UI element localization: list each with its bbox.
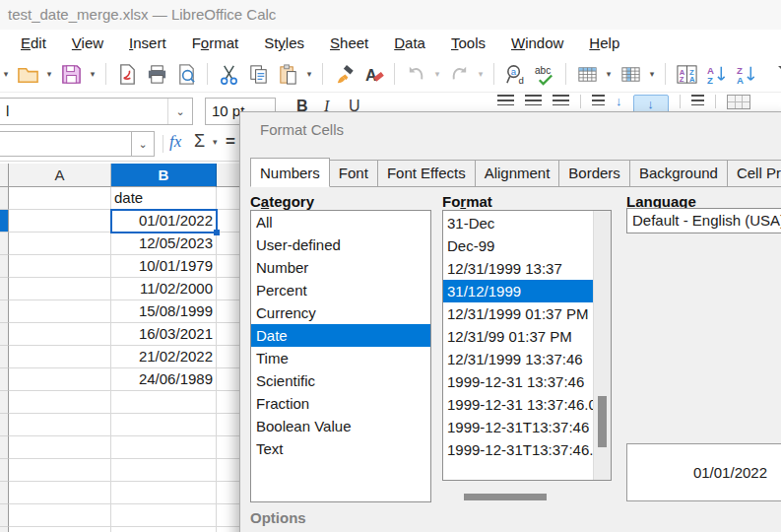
wrap-text-icon[interactable] (691, 95, 704, 105)
category-listbox[interactable]: AllUser-definedNumberPercentCurrencyDate… (250, 210, 431, 502)
row-header-sliver[interactable] (0, 255, 9, 278)
format-item-12-31-99-01-37-pm[interactable]: 12/31/99 01:37 PM (443, 325, 594, 348)
format-item-12-31-1999-13-37[interactable]: 12/31/1999 13:37 (443, 257, 594, 280)
cell-A13[interactable] (9, 459, 111, 482)
category-item-time[interactable]: Time (251, 347, 430, 369)
font-name-combobox[interactable]: l ⌄ (0, 98, 193, 125)
open-dropdown-icon[interactable]: ▾ (45, 69, 53, 79)
save-icon[interactable] (59, 62, 83, 86)
cell-A10[interactable] (9, 391, 111, 414)
sum-dropdown-icon[interactable]: ▾ (213, 137, 218, 147)
save-dropdown-icon[interactable]: ▾ (89, 69, 97, 79)
tab-background[interactable]: Background (629, 160, 728, 187)
format-listbox[interactable]: 31-DecDec-9912/31/1999 13:3731/12/199912… (442, 210, 612, 481)
cell-B10[interactable] (111, 391, 217, 414)
cell-B7[interactable]: 16/03/2021 (111, 323, 217, 346)
menu-tools[interactable]: Tools (438, 32, 498, 54)
row-header-sliver[interactable] (0, 391, 9, 414)
clear-formatting-icon[interactable]: A (361, 62, 385, 86)
row-header-sliver[interactable] (0, 459, 9, 482)
cell-A8[interactable] (9, 346, 111, 368)
row-header-sliver[interactable] (0, 527, 9, 532)
cell-A2[interactable] (9, 210, 111, 233)
select-all-corner[interactable] (0, 164, 9, 187)
cell-B13[interactable] (111, 459, 217, 482)
copy-icon[interactable] (246, 62, 270, 86)
name-box[interactable] (0, 131, 132, 157)
menu-sheet[interactable]: Sheet (317, 32, 381, 54)
scrollbar-thumb[interactable] (598, 396, 607, 447)
cell-B9[interactable]: 24/06/1989 (111, 368, 217, 391)
row-header-sliver[interactable] (0, 233, 9, 255)
autofilter-icon[interactable] (777, 62, 781, 86)
category-item-fraction[interactable]: Fraction (251, 392, 430, 415)
tab-borders[interactable]: Borders (558, 160, 630, 187)
format-item-31-12-1999[interactable]: 31/12/1999 (443, 280, 594, 302)
format-item-12-31-1999-13-37-46[interactable]: 12/31/1999 13:37:46 (443, 348, 594, 370)
format-vertical-scrollbar[interactable] (593, 211, 611, 480)
cell-A14[interactable] (9, 482, 111, 504)
cell-selection-outline[interactable] (110, 209, 218, 233)
cell-A12[interactable] (9, 436, 111, 459)
category-item-date[interactable]: Date (251, 324, 430, 347)
category-item-number[interactable]: Number (251, 256, 430, 279)
row-header-sliver[interactable] (0, 210, 9, 233)
paste-icon[interactable] (276, 62, 299, 86)
fill-handle[interactable] (214, 230, 220, 235)
format-item-1999-12-31-13-37-46-00[interactable]: 1999-12-31 13:37:46.00 (443, 393, 594, 416)
print-icon[interactable] (145, 62, 168, 86)
menu-styles[interactable]: Styles (251, 32, 317, 54)
tab-cell-protection[interactable]: Cell Protection (727, 160, 781, 187)
cell-B16[interactable] (111, 527, 217, 532)
find-replace-icon[interactable]: ad (503, 62, 527, 86)
rows-icon[interactable] (575, 62, 599, 86)
cell-A3[interactable] (9, 233, 111, 255)
menu-data[interactable]: Data (381, 32, 438, 54)
language-combobox[interactable]: Default - English (USA) (626, 208, 781, 233)
cell-A7[interactable] (9, 323, 111, 346)
sort-icon[interactable]: AZZA (675, 62, 698, 86)
sort-descending-icon[interactable]: ZA (734, 62, 757, 86)
rows-dropdown-icon[interactable]: ▾ (605, 69, 613, 79)
category-item-boolean-value[interactable]: Boolean Value (251, 415, 430, 437)
name-box-dropdown-icon[interactable]: ⌄ (132, 131, 155, 157)
redo-icon[interactable] (447, 62, 471, 86)
format-item-31-dec[interactable]: 31-Dec (443, 212, 594, 234)
row-header-sliver[interactable] (0, 368, 9, 391)
cell-B11[interactable] (111, 414, 217, 436)
cell-B1[interactable]: date (111, 187, 217, 210)
align-left-icon[interactable] (497, 95, 514, 105)
align-top-icon[interactable]: ↓ (616, 95, 622, 107)
cell-A16[interactable] (9, 527, 111, 532)
category-item-all[interactable]: All (251, 211, 430, 233)
category-item-percent[interactable]: Percent (251, 279, 430, 301)
cell-A5[interactable] (9, 278, 111, 300)
cell-B12[interactable] (111, 436, 217, 459)
tab-numbers[interactable]: Numbers (250, 158, 330, 187)
menu-window[interactable]: Window (498, 32, 576, 54)
print-preview-icon[interactable] (174, 62, 198, 86)
cut-icon[interactable] (217, 62, 240, 86)
open-icon[interactable] (16, 62, 39, 86)
formula-icon[interactable]: = (226, 132, 235, 152)
columns-dropdown-icon[interactable]: ▾ (648, 69, 656, 79)
function-wizard-icon[interactable]: fx (169, 132, 181, 152)
cell-B4[interactable]: 10/01/1979 (111, 255, 217, 278)
export-pdf-icon[interactable] (115, 62, 139, 86)
paste-dropdown-icon[interactable]: ▾ (305, 69, 313, 79)
column-header-b[interactable]: B (111, 164, 217, 187)
row-header-sliver[interactable] (0, 436, 9, 459)
tab-font-effects[interactable]: Font Effects (377, 160, 476, 187)
format-item-dec-99[interactable]: Dec-99 (443, 234, 594, 257)
cell-A15[interactable] (9, 504, 111, 527)
category-item-currency[interactable]: Currency (251, 301, 430, 324)
undo-dropdown-icon[interactable]: ▾ (433, 69, 441, 79)
cell-A6[interactable] (9, 300, 111, 323)
row-header-sliver[interactable] (0, 187, 9, 210)
row-header-sliver[interactable] (0, 414, 9, 436)
category-item-text[interactable]: Text (251, 437, 430, 460)
cell-B14[interactable] (111, 482, 217, 504)
align-center-icon[interactable] (525, 95, 542, 105)
row-header-sliver[interactable] (0, 504, 9, 527)
spelling-icon[interactable]: abc (533, 62, 556, 86)
